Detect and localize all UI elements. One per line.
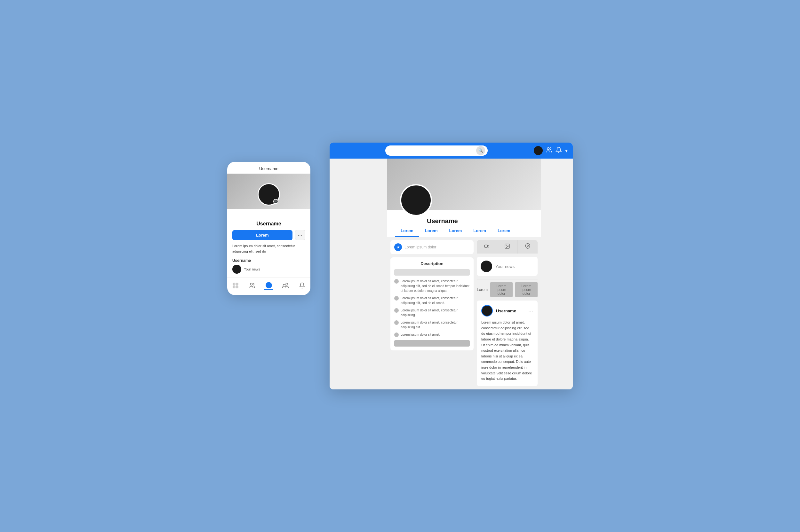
friends-nav-icon[interactable]: [248, 281, 257, 290]
svg-point-9: [547, 148, 549, 150]
camera-icon[interactable]: 📷: [273, 199, 278, 204]
post-body: Lorem ipsum dolor sit amet, consectetur …: [481, 320, 533, 382]
topbar-avatar[interactable]: [534, 146, 543, 155]
left-column: ★ Lorem ipsum dolor Description Lorem ip…: [390, 240, 474, 386]
search-button[interactable]: 🔍: [476, 146, 485, 155]
desc-item-4: Lorem ipsum dolor sit amet.: [394, 332, 470, 337]
desc-item-1: Lorem ipsum dolor sit amet, consectetur …: [394, 296, 470, 305]
profile-tab-1[interactable]: Lorem: [419, 225, 443, 237]
news-input-placeholder[interactable]: Your news: [495, 264, 514, 269]
media-tabs: [477, 240, 538, 253]
svg-point-12: [506, 245, 507, 246]
browser-search-bar[interactable]: 🔍: [385, 146, 488, 156]
location-tab[interactable]: [517, 240, 538, 253]
desc-text-4: Lorem ipsum dolor sit amet.: [401, 332, 440, 337]
description-footer-btn[interactable]: [394, 340, 470, 346]
desc-text-2: Lorem ipsum dolor sit amet, consectetur …: [401, 308, 470, 318]
post-avatar: [481, 305, 493, 317]
svg-rect-0: [233, 283, 235, 285]
browser-main: Username Lorem Lorem Lorem Lorem Lorem: [387, 158, 541, 390]
browser-mockup: 🔍 ▾: [330, 142, 573, 390]
profile-content-area: ★ Lorem ipsum dolor Description Lorem ip…: [387, 240, 541, 390]
profile-cover: [387, 158, 541, 210]
bullet-0: [394, 279, 399, 284]
topbar-bell-icon[interactable]: [556, 147, 562, 154]
phone-bio: Lorem ipsum dolor sit amet, consectetur …: [227, 243, 310, 257]
phone-avatar: 📷: [258, 183, 280, 206]
profile-tab-4[interactable]: Lorem: [492, 225, 516, 237]
svg-rect-3: [236, 286, 238, 288]
browser-right-sidebar: [541, 158, 573, 390]
svg-point-13: [527, 245, 528, 247]
phone-action-row: Lorem ···: [227, 230, 310, 243]
phone-username: Username: [227, 221, 310, 230]
phone-cover-photo: 📷: [227, 174, 310, 209]
news-divider: [477, 279, 538, 280]
description-title: Description: [394, 261, 470, 266]
phone-news-row: Your news: [227, 265, 310, 278]
bullet-3: [394, 320, 399, 325]
star-icon: ★: [394, 243, 402, 251]
search-input[interactable]: [389, 148, 476, 153]
post-username: Username: [496, 308, 525, 313]
phone-title: Username: [227, 162, 310, 174]
svg-rect-10: [485, 245, 488, 247]
description-box: Description Lorem ipsum dolor sit amet, …: [390, 258, 474, 350]
browser-left-sidebar: [330, 158, 387, 390]
video-tab[interactable]: [477, 240, 497, 253]
bell-nav-icon[interactable]: [297, 281, 307, 290]
profile-avatar: [400, 184, 432, 216]
post-input-box[interactable]: ★ Lorem ipsum dolor: [390, 240, 474, 254]
profile-tabs: Lorem Lorem Lorem Lorem Lorem: [387, 225, 541, 237]
group-nav-icon[interactable]: [281, 281, 290, 290]
topbar-chevron-icon[interactable]: ▾: [565, 148, 568, 154]
phone-frame: Username 📷 Username Lorem ··· Lorem ipsu…: [227, 162, 310, 295]
right-column: Your news Lorem Lorem ipsum dolor Lorem …: [477, 240, 538, 386]
filter-btn-0[interactable]: Lorem ipsum dolor: [490, 282, 513, 297]
svg-point-4: [250, 283, 253, 285]
svg-point-8: [283, 284, 286, 286]
bullet-1: [394, 296, 399, 301]
news-input-area: Your news: [477, 257, 538, 276]
desc-text-3: Lorem ipsum dolor sit amet, consectetur …: [401, 320, 470, 330]
post-header: Username ···: [481, 305, 533, 317]
desc-item-3: Lorem ipsum dolor sit amet, consectetur …: [394, 320, 470, 330]
post-placeholder: Lorem ipsum dolor: [404, 245, 436, 249]
filter-label: Lorem: [477, 287, 488, 292]
phone-section-label: Username: [227, 257, 310, 265]
profile-tab-2[interactable]: Lorem: [443, 225, 468, 237]
profile-nav-icon[interactable]: [264, 281, 273, 290]
svg-rect-1: [236, 283, 238, 285]
post-card: Username ··· Lorem ipsum dolor sit amet,…: [477, 301, 538, 386]
profile-tab-3[interactable]: Lorem: [468, 225, 492, 237]
topbar-friends-icon[interactable]: [546, 147, 552, 154]
desc-item-2: Lorem ipsum dolor sit amet, consectetur …: [394, 308, 470, 318]
profile-tab-0[interactable]: Lorem: [395, 225, 419, 237]
desc-text-0: Lorem ipsum dolor sit amet, consectetur …: [401, 279, 470, 293]
browser-nav-icons: ▾: [534, 146, 568, 155]
phone-more-button[interactable]: ···: [295, 230, 305, 240]
home-nav-icon[interactable]: [231, 281, 240, 290]
post-more-button[interactable]: ···: [528, 307, 533, 314]
svg-point-6: [268, 284, 270, 285]
photo-tab[interactable]: [497, 240, 518, 253]
browser-body: Username Lorem Lorem Lorem Lorem Lorem: [330, 158, 573, 390]
phone-news-avatar: [232, 265, 241, 274]
svg-point-7: [286, 283, 288, 285]
bullet-2: [394, 308, 399, 313]
desc-text-1: Lorem ipsum dolor sit amet, consectetur …: [401, 296, 470, 305]
profile-name: Username: [427, 217, 458, 225]
scene: Username 📷 Username Lorem ··· Lorem ipsu…: [227, 142, 573, 390]
filter-btn-1[interactable]: Lorem ipsum dolor: [515, 282, 538, 297]
phone-main-button[interactable]: Lorem: [232, 230, 292, 240]
phone-mockup: Username 📷 Username Lorem ··· Lorem ipsu…: [227, 162, 310, 295]
browser-topbar: 🔍 ▾: [330, 142, 573, 158]
svg-rect-2: [233, 286, 235, 288]
filter-row: Lorem Lorem ipsum dolor Lorem ipsum dolo…: [477, 282, 538, 297]
phone-news-text: Your news: [244, 267, 260, 271]
description-placeholder-bar: [394, 269, 470, 276]
news-avatar: [480, 261, 492, 272]
bullet-4: [394, 332, 399, 337]
desc-item-0: Lorem ipsum dolor sit amet, consectetur …: [394, 279, 470, 293]
phone-bottom-nav: [227, 278, 310, 291]
